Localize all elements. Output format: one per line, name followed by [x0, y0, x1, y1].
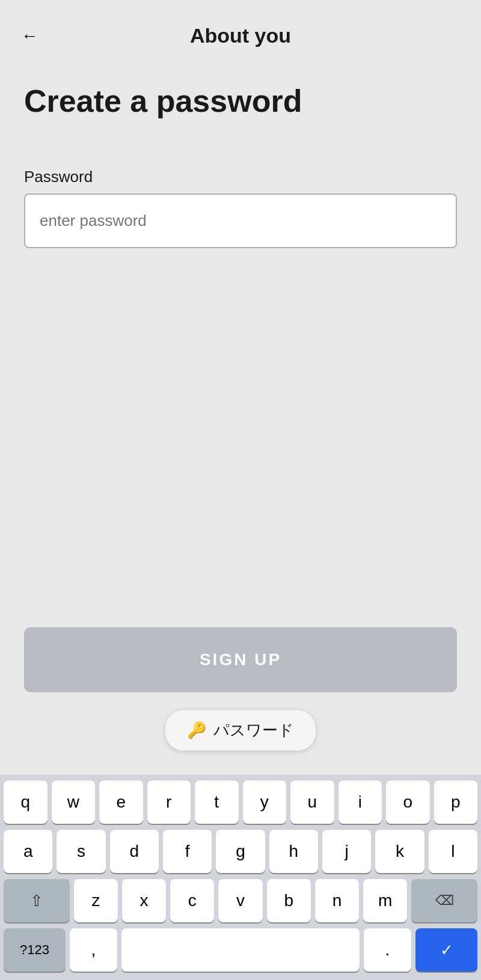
key-g[interactable]: g	[216, 830, 265, 873]
key-p[interactable]: p	[434, 781, 478, 824]
key-r[interactable]: r	[147, 781, 191, 824]
password-input[interactable]	[24, 193, 457, 248]
main-content: Create a password Password SIGN UP 🔑 パスワ…	[0, 59, 481, 775]
key-q[interactable]: q	[4, 781, 47, 824]
suggestion-text: パスワード	[213, 720, 294, 741]
comma-key[interactable]: ,	[70, 928, 117, 972]
key-l[interactable]: l	[429, 830, 477, 873]
key-u[interactable]: u	[290, 781, 334, 824]
sign-up-button[interactable]: SIGN UP	[24, 627, 457, 692]
key-v[interactable]: v	[218, 879, 262, 922]
password-suggestion[interactable]: 🔑 パスワード	[165, 710, 316, 750]
key-y[interactable]: y	[243, 781, 287, 824]
back-button[interactable]: ←	[18, 23, 41, 49]
return-key[interactable]: ✓	[415, 928, 477, 972]
key-j[interactable]: j	[322, 830, 371, 873]
key-c[interactable]: c	[170, 879, 214, 922]
key-d[interactable]: d	[110, 830, 159, 873]
key-w[interactable]: w	[52, 781, 96, 824]
app-container: ← About you Create a password Password S…	[0, 0, 481, 980]
key-m[interactable]: m	[363, 879, 407, 922]
key-icon: 🔑	[187, 721, 206, 740]
checkmark-icon: ✓	[440, 941, 453, 960]
backspace-icon: ⌫	[435, 893, 454, 908]
key-n[interactable]: n	[315, 879, 359, 922]
shift-icon: ⇧	[30, 892, 43, 910]
key-x[interactable]: x	[122, 879, 166, 922]
keyboard-row-1: q w e r t y u i o p	[4, 781, 477, 824]
shift-key[interactable]: ⇧	[4, 879, 70, 922]
password-form-group: Password	[24, 168, 457, 248]
key-k[interactable]: k	[375, 830, 424, 873]
numbers-key[interactable]: ?123	[4, 928, 66, 972]
key-s[interactable]: s	[57, 830, 105, 873]
key-z[interactable]: z	[74, 879, 118, 922]
keyboard-row-3: ⇧ z x c v b n m ⌫	[4, 879, 477, 922]
space-key[interactable]	[121, 928, 360, 972]
keyboard-row-4: ?123 , . ✓	[4, 928, 477, 972]
backspace-key[interactable]: ⌫	[411, 879, 477, 922]
keyboard: q w e r t y u i o p a s d f g h j k l ⇧	[0, 775, 481, 980]
key-e[interactable]: e	[99, 781, 143, 824]
key-t[interactable]: t	[195, 781, 239, 824]
key-f[interactable]: f	[163, 830, 212, 873]
header-title: About you	[190, 24, 291, 47]
password-label: Password	[24, 168, 457, 186]
spacer	[24, 266, 457, 627]
key-a[interactable]: a	[4, 830, 52, 873]
key-o[interactable]: o	[386, 781, 430, 824]
keyboard-row-2: a s d f g h j k l	[4, 830, 477, 873]
period-key[interactable]: .	[364, 928, 411, 972]
header: ← About you	[0, 0, 481, 59]
page-title: Create a password	[24, 84, 457, 120]
key-b[interactable]: b	[267, 879, 311, 922]
key-h[interactable]: h	[269, 830, 318, 873]
key-i[interactable]: i	[339, 781, 382, 824]
